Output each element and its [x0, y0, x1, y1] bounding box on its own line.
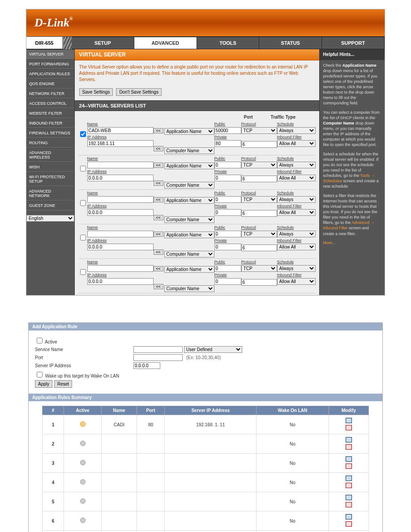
delete-icon[interactable]	[346, 502, 352, 507]
schedule-select[interactable]: Always	[277, 196, 316, 203]
ip-input[interactable]	[87, 278, 154, 285]
computer-name-select[interactable]: Computer Name	[164, 285, 214, 292]
public-port-input[interactable]	[214, 196, 241, 203]
application-name-select[interactable]: Application Name	[164, 163, 214, 169]
sidebar-item-inbound-filter[interactable]: INBOUND FILTER	[26, 118, 74, 128]
protocol-num-input[interactable]	[241, 176, 277, 182]
edit-icon[interactable]	[346, 456, 352, 462]
sidebar-item-qos-engine[interactable]: QOS ENGINE	[26, 79, 74, 89]
sidebar-item-firewall-settings[interactable]: FIREWALL SETTINGS	[26, 128, 74, 138]
reset-button[interactable]: Reset	[54, 380, 72, 388]
application-name-select[interactable]: Application Name	[164, 128, 214, 135]
private-port-input[interactable]	[214, 244, 241, 250]
sidebar-item-guest-zone[interactable]: GUEST ZONE	[26, 201, 74, 210]
delete-icon[interactable]	[346, 521, 352, 527]
schedule-select[interactable]: Always	[277, 162, 316, 168]
copy-compname-button[interactable]: <<	[154, 180, 163, 186]
schedule-select[interactable]: Always	[277, 231, 316, 237]
copy-appname-button[interactable]: <<	[154, 163, 163, 168]
computer-name-select[interactable]: Computer Name	[164, 182, 214, 189]
edit-icon[interactable]	[346, 418, 352, 423]
application-name-select[interactable]: Application Name	[164, 197, 214, 204]
private-port-input[interactable]	[214, 140, 241, 147]
schedule-select[interactable]: Always	[277, 265, 316, 272]
sidebar-item-application-rules[interactable]: APPLICATION RULES	[26, 69, 74, 79]
protocol-select[interactable]: TCP	[241, 162, 277, 168]
protocol-num-input[interactable]	[241, 210, 277, 217]
ip-input[interactable]	[87, 140, 154, 147]
tab-advanced[interactable]: ADVANCED	[134, 37, 197, 49]
private-port-input[interactable]	[214, 209, 241, 216]
name-input[interactable]	[87, 231, 154, 237]
copy-compname-button[interactable]: <<	[154, 215, 163, 220]
schedule-select[interactable]: Always	[277, 127, 316, 134]
inbound-filter-select[interactable]: Allow All	[277, 175, 316, 181]
service-preset-select[interactable]: User Defined	[184, 346, 242, 353]
tab-support[interactable]: SUPPORT	[322, 37, 385, 49]
delete-icon[interactable]	[346, 444, 352, 450]
tab-tools[interactable]: TOOLS	[197, 37, 260, 49]
sidebar-item-port-forwarding[interactable]: PORT FORWARDING	[26, 59, 74, 69]
copy-compname-button[interactable]: <<	[154, 249, 163, 255]
delete-icon[interactable]	[346, 463, 352, 469]
sidebar-item-network-filter[interactable]: NETWORK FILTER	[26, 89, 74, 99]
name-input[interactable]	[87, 265, 154, 272]
row-enable-checkbox[interactable]	[80, 131, 86, 137]
delete-icon[interactable]	[346, 425, 352, 430]
protocol-select[interactable]: TCP	[241, 231, 277, 237]
copy-compname-button[interactable]: <<	[154, 146, 163, 151]
inbound-filter-select[interactable]: Allow All	[277, 278, 316, 285]
sidebar-item-advanced-wireless[interactable]: ADVANCED WIRELESS	[26, 148, 74, 162]
copy-appname-button[interactable]: <<	[154, 128, 163, 133]
tab-status[interactable]: STATUS	[259, 37, 322, 49]
row-enable-checkbox[interactable]	[80, 235, 86, 240]
sidebar-item-website-filter[interactable]: WEBSITE FILTER	[26, 108, 74, 118]
edit-icon[interactable]	[346, 495, 352, 500]
inbound-filter-select[interactable]: Allow All	[277, 140, 316, 147]
copy-compname-button[interactable]: <<	[154, 284, 163, 289]
computer-name-select[interactable]: Computer Name	[164, 216, 214, 223]
language-select[interactable]: English	[26, 215, 74, 222]
delete-icon[interactable]	[346, 483, 352, 488]
protocol-num-input[interactable]	[241, 279, 277, 286]
apply-button[interactable]: Apply	[35, 380, 52, 388]
protocol-select[interactable]: TCP	[241, 196, 277, 203]
public-port-input[interactable]	[214, 127, 241, 134]
dont-save-settings-button[interactable]: Don't Save Settings	[116, 88, 162, 96]
public-port-input[interactable]	[214, 231, 241, 237]
computer-name-select[interactable]: Computer Name	[164, 147, 214, 154]
protocol-num-input[interactable]	[241, 245, 277, 251]
port-input[interactable]	[133, 354, 183, 361]
save-settings-button[interactable]: Save Settings	[79, 88, 113, 96]
row-enable-checkbox[interactable]	[80, 166, 86, 172]
application-name-select[interactable]: Application Name	[164, 266, 214, 273]
server-ip-input[interactable]	[133, 362, 160, 369]
private-port-input[interactable]	[214, 175, 241, 181]
name-input[interactable]	[87, 162, 154, 168]
copy-appname-button[interactable]: <<	[154, 197, 163, 202]
active-checkbox[interactable]	[37, 338, 43, 343]
inbound-filter-select[interactable]: Allow All	[277, 209, 316, 216]
inbound-filter-select[interactable]: Allow All	[277, 244, 316, 250]
sidebar-item-access-control[interactable]: ACCESS CONTROL	[26, 99, 74, 108]
public-port-input[interactable]	[214, 162, 241, 168]
computer-name-select[interactable]: Computer Name	[164, 251, 214, 257]
sidebar-item-advanced-network[interactable]: ADVANCED NETWORK	[26, 186, 74, 201]
public-port-input[interactable]	[214, 265, 241, 272]
protocol-num-input[interactable]	[241, 141, 277, 148]
service-name-input[interactable]	[133, 346, 183, 353]
private-port-input[interactable]	[214, 278, 241, 285]
application-name-select[interactable]: Application Name	[164, 232, 214, 238]
edit-icon[interactable]	[346, 514, 352, 519]
row-enable-checkbox[interactable]	[80, 200, 86, 206]
copy-appname-button[interactable]: <<	[154, 232, 163, 237]
sidebar-item-wish[interactable]: WISH	[26, 162, 74, 172]
protocol-select[interactable]: TCP	[241, 265, 277, 272]
ip-input[interactable]	[87, 244, 154, 250]
wake-on-lan-checkbox[interactable]	[37, 372, 43, 378]
tab-setup[interactable]: SETUP	[72, 37, 134, 49]
protocol-select[interactable]: TCP	[241, 127, 277, 134]
sidebar-item-wi-fi-protected-setup[interactable]: WI-FI PROTECTED SETUP	[26, 172, 74, 186]
copy-appname-button[interactable]: <<	[154, 266, 163, 271]
row-enable-checkbox[interactable]	[80, 269, 86, 275]
